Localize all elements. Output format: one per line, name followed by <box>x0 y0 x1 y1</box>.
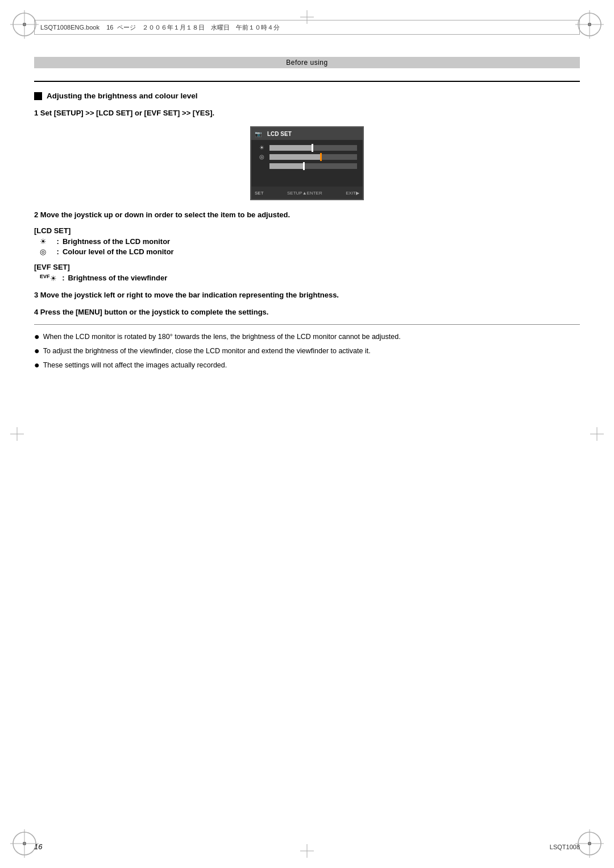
lcd-brightness-item: ☀ : Brightness of the LCD monitor <box>40 237 580 246</box>
lcd-bottom-setup-enter: SETUP▲ENTER <box>287 191 322 196</box>
bullet-note-3: ● These settings will not affect the ima… <box>34 360 580 371</box>
evf-brightness-icon-symbol: EVF☀ <box>40 274 57 283</box>
lcd-row-brightness: ☀ <box>257 144 357 151</box>
step-3: 3 Move the joystick left or right to mov… <box>34 290 580 301</box>
main-content: Before using Adjusting the brightness an… <box>34 57 580 822</box>
lcd-bar-brightness <box>269 145 357 151</box>
black-square-icon <box>34 92 42 100</box>
step-4-text: 4 Press the [MENU] button or the joystic… <box>34 307 580 318</box>
lcd-bottom-exit: EXIT▶ <box>346 191 359 196</box>
side-mark-left <box>10 427 24 441</box>
lcd-set-label: [LCD SET] <box>34 226 580 235</box>
step-2-text: 2 Move the joystick up or down in order … <box>34 209 580 221</box>
bullet-notes: ● When the LCD monitor is rotated by 180… <box>34 332 580 370</box>
brightness-colon: : <box>55 237 59 246</box>
divider <box>34 324 580 325</box>
page-footer: 16 LSQT1008 <box>34 842 580 851</box>
top-header-box: LSQT1008ENG.book 16 ページ ２００６年１月１８日 水曜日 午… <box>34 20 580 35</box>
brightness-icon-symbol: ☀ <box>40 237 51 246</box>
evf-brightness-desc: Brightness of the viewfinder <box>68 274 167 282</box>
page-wrapper: LSQT1008ENG.book 16 ページ ２００６年１月１８日 水曜日 午… <box>0 0 614 868</box>
bullet-note-2: ● To adjust the brightness of the viewfi… <box>34 346 580 357</box>
bullet-dot-1: ● <box>34 332 40 342</box>
section-bar: Before using <box>34 57 580 68</box>
lcd-bottom-bar: SET SETUP▲ENTER EXIT▶ <box>251 187 363 199</box>
step-3-num: 3 <box>34 291 40 299</box>
lcd-row-extra <box>257 163 357 169</box>
lcd-bar-fill-extra <box>269 163 305 169</box>
subsection-title: Adjusting the brightness and colour leve… <box>47 91 198 102</box>
evf-brightness-item: EVF☀ : Brightness of the viewfinder <box>40 274 580 283</box>
lcd-image-container: 📷 LCD SET ☀ ◎ <box>34 126 580 200</box>
brightness-desc: Brightness of the LCD monitor <box>63 237 170 246</box>
lcd-bar-indicator-colour <box>320 153 322 161</box>
lcd-screen: 📷 LCD SET ☀ ◎ <box>250 126 364 200</box>
lcd-body: ☀ ◎ <box>251 140 363 173</box>
step-4: 4 Press the [MENU] button or the joystic… <box>34 307 580 318</box>
page-number: 16 <box>34 842 42 851</box>
step-2-num: 2 <box>34 210 40 219</box>
bullet-text-2: To adjust the brightness of the viewfind… <box>43 346 580 357</box>
colour-colon: : <box>55 247 59 256</box>
lcd-title: LCD SET <box>267 131 292 137</box>
step-4-num: 4 <box>34 308 40 316</box>
bullet-text-3: These settings will not affect the image… <box>43 360 580 371</box>
bullet-dot-2: ● <box>34 346 40 356</box>
evf-set-label: [EVF SET] <box>34 263 580 271</box>
lcd-bar-indicator-extra <box>303 162 305 170</box>
bullet-text-1: When the LCD monitor is rotated by 180° … <box>43 332 580 342</box>
subsection-heading: Adjusting the brightness and colour leve… <box>34 91 580 102</box>
evf-brightness-colon: : <box>60 274 65 282</box>
lcd-bar-fill-colour <box>269 154 322 160</box>
step-1-num: 1 <box>34 109 40 117</box>
footer-model: LSQT1008 <box>550 844 580 850</box>
lcd-extra-icon <box>257 163 266 169</box>
lcd-bar-fill-brightness <box>269 145 313 151</box>
colour-desc: Colour level of the LCD monitor <box>63 247 174 256</box>
top-header-text: LSQT1008ENG.book 16 ページ ２００６年１月１８日 水曜日 午… <box>40 24 280 31</box>
lcd-row-colour: ◎ <box>257 154 357 160</box>
lcd-colour-item: ◎ : Colour level of the LCD monitor <box>40 247 580 256</box>
lcd-top-bar: 📷 LCD SET <box>251 127 363 140</box>
lcd-bar-indicator-brightness <box>312 144 313 152</box>
lcd-camera-icon: 📷 <box>255 131 262 137</box>
lcd-brightness-icon: ☀ <box>257 144 266 151</box>
lcd-bar-extra <box>269 163 357 169</box>
colour-icon-symbol: ◎ <box>40 247 51 256</box>
bullet-dot-3: ● <box>34 360 40 370</box>
step-3-text: 3 Move the joystick left or right to mov… <box>34 290 580 301</box>
side-mark-right <box>590 427 604 441</box>
page-title <box>34 78 580 82</box>
step-1: 1 Set [SETUP] >> [LCD SET] or [EVF SET] … <box>34 108 580 119</box>
lcd-colour-icon: ◎ <box>257 154 266 160</box>
lcd-bottom-set: SET <box>255 191 264 196</box>
lcd-bar-colour <box>269 154 357 160</box>
step-1-text: 1 Set [SETUP] >> [LCD SET] or [EVF SET] … <box>34 108 580 119</box>
bullet-note-1: ● When the LCD monitor is rotated by 180… <box>34 332 580 342</box>
step-2: 2 Move the joystick up or down in order … <box>34 209 580 221</box>
